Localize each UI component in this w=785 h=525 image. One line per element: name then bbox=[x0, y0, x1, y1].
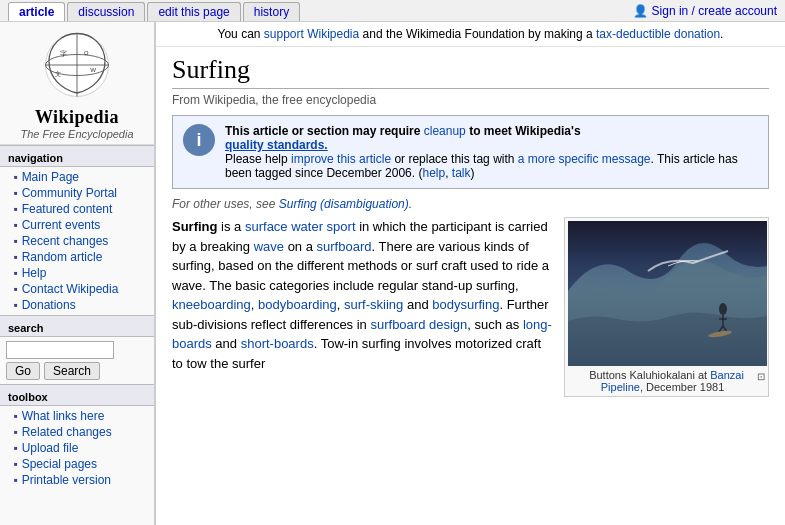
main-layout: 字 Ω W 文 Wikipedia The Free Encyclopedia … bbox=[0, 22, 785, 525]
and2: and bbox=[212, 336, 241, 351]
notice-or: or replace this tag with bbox=[391, 152, 518, 166]
improve-link[interactable]: improve this article bbox=[291, 152, 391, 166]
quality-link[interactable]: quality standards. bbox=[225, 138, 328, 152]
body-part6: , such as bbox=[467, 317, 523, 332]
caption-end: , December 1981 bbox=[640, 381, 724, 393]
surf-skiing-link[interactable]: surf-skiing bbox=[344, 297, 403, 312]
search-input[interactable] bbox=[6, 341, 114, 359]
toolbox-section-title: toolbox bbox=[0, 384, 154, 406]
article-body: Surfing From Wikipedia, the free encyclo… bbox=[156, 47, 785, 405]
toolbox-item-what-links[interactable]: What links here bbox=[0, 408, 154, 424]
toolbox-nav: What links here Related changes Upload f… bbox=[0, 406, 154, 490]
article-title: Surfing bbox=[172, 55, 769, 89]
expand-icon[interactable]: ⊡ bbox=[757, 371, 765, 382]
wiki-title: Wikipedia bbox=[4, 107, 150, 128]
sidebar-item-help[interactable]: Help bbox=[0, 265, 154, 281]
nav-list: Main Page Community Portal Featured cont… bbox=[0, 167, 154, 315]
tab-edit[interactable]: edit this page bbox=[147, 2, 240, 21]
search-buttons: Go Search bbox=[6, 362, 148, 380]
surface-water-sport-link[interactable]: surface water sport bbox=[245, 219, 356, 234]
toolbox-item-special-pages[interactable]: Special pages bbox=[0, 456, 154, 472]
help-link[interactable]: help bbox=[422, 166, 445, 180]
image-caption: Buttons Kaluhiokalani at Banzai Pipeline… bbox=[568, 369, 765, 393]
notice-text: This article or section may require clea… bbox=[225, 124, 758, 180]
user-icon: 👤 bbox=[633, 4, 648, 18]
toolbox-item-upload-file[interactable]: Upload file bbox=[0, 440, 154, 456]
support-wikipedia-link[interactable]: support Wikipedia bbox=[264, 27, 359, 41]
notice-please: Please help bbox=[225, 152, 291, 166]
svg-text:Ω: Ω bbox=[84, 49, 89, 56]
caption-text: Buttons Kaluhiokalani at bbox=[589, 369, 710, 381]
wave-link[interactable]: wave bbox=[254, 239, 284, 254]
sidebar-item-contact-wikipedia[interactable]: Contact Wikipedia bbox=[0, 281, 154, 297]
support-text-middle: and the Wikimedia Foundation by making a bbox=[359, 27, 596, 41]
body-part1: is a bbox=[218, 219, 245, 234]
wave-image bbox=[568, 221, 767, 366]
wiki-subtitle: The Free Encyclopedia bbox=[4, 128, 150, 140]
content-area: You can support Wikipedia and the Wikime… bbox=[155, 22, 785, 525]
toolbox-list: What links here Related changes Upload f… bbox=[0, 406, 154, 490]
sidebar-item-main-page[interactable]: Main Page bbox=[0, 169, 154, 185]
bodyboarding-link[interactable]: bodyboarding bbox=[258, 297, 337, 312]
comma1: , bbox=[251, 297, 258, 312]
sidebar: 字 Ω W 文 Wikipedia The Free Encyclopedia … bbox=[0, 22, 155, 525]
disambiguation-text: For other uses, see bbox=[172, 197, 279, 211]
and1: and bbox=[403, 297, 432, 312]
support-text-after: . bbox=[720, 27, 723, 41]
notice-bold2: to meet Wikipedia's bbox=[466, 124, 581, 138]
talk-link[interactable]: talk bbox=[452, 166, 471, 180]
short-boards-link[interactable]: short-boards bbox=[241, 336, 314, 351]
body-part3: on a bbox=[284, 239, 317, 254]
sidebar-item-donations[interactable]: Donations bbox=[0, 297, 154, 313]
surfboard-link[interactable]: surfboard bbox=[317, 239, 372, 254]
wikipedia-logo: 字 Ω W 文 bbox=[42, 30, 112, 100]
tab-discussion[interactable]: discussion bbox=[67, 2, 145, 21]
sign-in-link[interactable]: 👤 Sign in / create account bbox=[633, 4, 777, 18]
notice-comma: , bbox=[445, 166, 452, 180]
tab-history[interactable]: history bbox=[243, 2, 300, 21]
search-section: Go Search bbox=[0, 337, 154, 384]
comma2: , bbox=[337, 297, 344, 312]
go-button[interactable]: Go bbox=[6, 362, 40, 380]
more-specific-link[interactable]: a more specific message bbox=[518, 152, 651, 166]
cleanup-link[interactable]: cleanup bbox=[424, 124, 466, 138]
disambiguation-link[interactable]: Surfing (disambiguation). bbox=[279, 197, 412, 211]
notice-bold1: This article or section may require bbox=[225, 124, 424, 138]
tabs: article discussion edit this page histor… bbox=[8, 0, 300, 21]
navigation-section-title: navigation bbox=[0, 145, 154, 167]
donate-link[interactable]: tax-deductible donation bbox=[596, 27, 720, 41]
surfboard-design-link[interactable]: surfboard design bbox=[370, 317, 467, 332]
notice-close: ) bbox=[471, 166, 475, 180]
wave-overlay bbox=[568, 279, 767, 366]
sidebar-item-recent-changes[interactable]: Recent changes bbox=[0, 233, 154, 249]
cleanup-notice: i This article or section may require cl… bbox=[172, 115, 769, 189]
kneeboarding-link[interactable]: kneeboarding bbox=[172, 297, 251, 312]
article-main: Surfing is a surface water sport in whic… bbox=[172, 217, 769, 397]
navigation-nav: Main Page Community Portal Featured cont… bbox=[0, 167, 154, 315]
search-button[interactable]: Search bbox=[44, 362, 100, 380]
svg-text:W: W bbox=[90, 66, 96, 73]
info-icon: i bbox=[183, 124, 215, 156]
support-banner: You can support Wikipedia and the Wikime… bbox=[156, 22, 785, 47]
from-wikipedia: From Wikipedia, the free encyclopedia bbox=[172, 93, 769, 107]
toolbox-item-printable-version[interactable]: Printable version bbox=[0, 472, 154, 488]
image-box: Buttons Kaluhiokalani at Banzai Pipeline… bbox=[564, 217, 769, 397]
top-bar: article discussion edit this page histor… bbox=[0, 0, 785, 22]
sidebar-item-community-portal[interactable]: Community Portal bbox=[0, 185, 154, 201]
article-text: Surfing is a surface water sport in whic… bbox=[172, 217, 554, 397]
svg-text:字: 字 bbox=[60, 50, 67, 57]
sidebar-item-current-events[interactable]: Current events bbox=[0, 217, 154, 233]
search-section-title: search bbox=[0, 315, 154, 337]
surfing-bold: Surfing bbox=[172, 219, 218, 234]
support-text-before: You can bbox=[218, 27, 264, 41]
disambiguation: For other uses, see Surfing (disambiguat… bbox=[172, 197, 769, 211]
tab-article[interactable]: article bbox=[8, 2, 65, 21]
bodysurfing-link[interactable]: bodysurfing bbox=[432, 297, 499, 312]
logo-area: 字 Ω W 文 Wikipedia The Free Encyclopedia bbox=[0, 22, 154, 145]
svg-text:文: 文 bbox=[55, 70, 61, 77]
sidebar-item-featured-content[interactable]: Featured content bbox=[0, 201, 154, 217]
toolbox-item-related-changes[interactable]: Related changes bbox=[0, 424, 154, 440]
sidebar-item-random-article[interactable]: Random article bbox=[0, 249, 154, 265]
